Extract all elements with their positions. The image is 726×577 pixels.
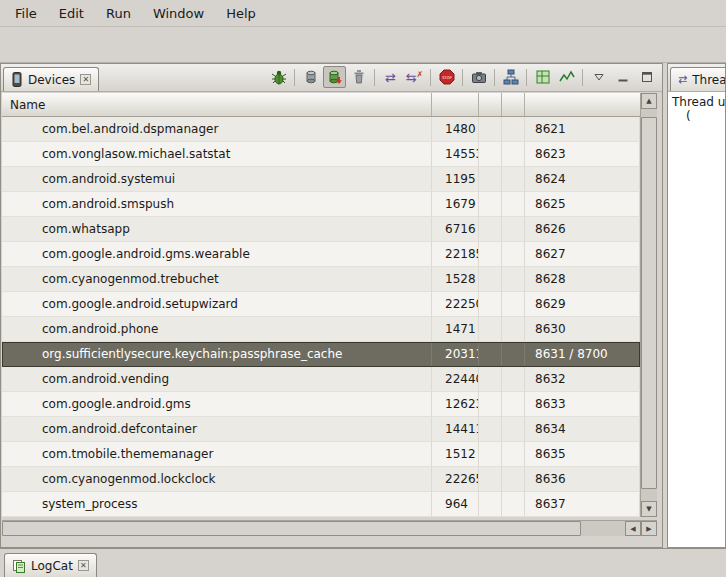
process-name: com.cyanogenmod.trebuchet [2, 267, 432, 292]
process-name: com.whatsapp [2, 217, 432, 242]
view-menu-button[interactable] [587, 66, 610, 88]
tab-logcat-close-icon[interactable]: ✕ [78, 560, 89, 571]
scroll-up-icon[interactable]: ▲ [641, 93, 657, 109]
vertical-scroll-track[interactable] [641, 109, 657, 501]
process-empty-cell [502, 492, 525, 517]
table-row[interactable]: com.google.android.setupwizard 22250 862… [2, 292, 640, 317]
menu-item[interactable]: Window [142, 0, 215, 26]
process-empty-cell [502, 192, 525, 217]
dump-hprof-button[interactable] [323, 66, 346, 88]
stop-process-button[interactable]: STOP [435, 66, 458, 88]
process-empty-cell [502, 392, 525, 417]
horizontal-scroll-track[interactable] [2, 521, 625, 536]
view-hierarchy-button[interactable] [499, 66, 522, 88]
process-port: 8631 / 8700 [525, 342, 640, 367]
horizontal-scrollbar[interactable]: ◀ ▶ [2, 520, 657, 536]
update-threads-icon: ⇄ [385, 71, 396, 84]
maximize-icon [640, 70, 654, 84]
stop-threads-icon: ⇆✗ [406, 71, 424, 84]
stop-threads-button[interactable]: ⇆✗ [403, 66, 426, 88]
table-row[interactable]: system_process 964 8637 [2, 492, 640, 517]
scroll-left-icon[interactable]: ◀ [625, 521, 641, 536]
process-empty-cell [502, 442, 525, 467]
process-name: com.google.android.setupwizard [2, 292, 432, 317]
method-profiling-button[interactable] [555, 66, 578, 88]
tab-logcat[interactable]: LogCat ✕ [4, 553, 97, 577]
process-empty-cell [502, 117, 525, 142]
process-empty-cell [502, 267, 525, 292]
process-port: 8628 [525, 267, 640, 292]
menu-item[interactable]: File [4, 0, 48, 26]
column-header-name[interactable]: Name [2, 93, 432, 116]
process-port: 8633 [525, 392, 640, 417]
menu-item[interactable]: Run [95, 0, 142, 26]
debug-icon [271, 69, 287, 85]
process-name: com.google.android.gms [2, 392, 432, 417]
table-row[interactable]: com.android.vending 22440 8632 [2, 367, 640, 392]
cause-gc-button[interactable] [347, 66, 370, 88]
table-row[interactable]: com.whatsapp 6716 8626 [2, 217, 640, 242]
process-port: 8625 [525, 192, 640, 217]
tab-devices[interactable]: Devices ✕ [3, 67, 99, 91]
tab-threads[interactable]: ⇄ Threads [670, 67, 725, 91]
column-header-pid[interactable] [432, 93, 479, 116]
tab-devices-close-icon[interactable]: ✕ [80, 74, 91, 85]
table-row[interactable]: com.vonglasow.michael.satstat 14553 8623 [2, 142, 640, 167]
table-row[interactable]: com.android.defcontainer 14411 8634 [2, 417, 640, 442]
menu-item[interactable]: Help [215, 0, 267, 26]
process-empty-cell [479, 142, 502, 167]
table-row[interactable]: org.sufficientlysecure.keychain:passphra… [2, 342, 640, 367]
devices-pane: Devices ✕ [0, 63, 663, 548]
vertical-scroll-thumb[interactable] [641, 117, 657, 489]
process-port: 8637 [525, 492, 640, 517]
device-icon [11, 72, 23, 87]
screen-capture-button[interactable] [467, 66, 490, 88]
column-header-empty-1[interactable] [479, 93, 502, 116]
process-port: 8636 [525, 467, 640, 492]
process-pid: 12623 [432, 392, 479, 417]
threads-pane-header: ⇄ Threads [668, 64, 725, 92]
process-port: 8632 [525, 367, 640, 392]
vertical-scrollbar[interactable]: ▲ ▼ [640, 93, 657, 517]
update-heap-button[interactable] [299, 66, 322, 88]
table-row[interactable]: com.tmobile.thememanager 1512 8635 [2, 442, 640, 467]
process-pid: 1679 [432, 192, 479, 217]
process-name: com.android.smspush [2, 192, 432, 217]
logcat-bar: LogCat ✕ [0, 548, 726, 577]
process-port: 8627 [525, 242, 640, 267]
table-row[interactable]: com.cyanogenmod.lockclock 22265 8636 [2, 467, 640, 492]
process-empty-cell [479, 192, 502, 217]
table-row[interactable]: com.google.android.gms 12623 8633 [2, 392, 640, 417]
table-row[interactable]: com.bel.android.dspmanager 1480 8621 [2, 117, 640, 142]
table-row[interactable]: com.android.systemui 1195 8624 [2, 167, 640, 192]
process-empty-cell [479, 442, 502, 467]
scroll-right-icon[interactable]: ▶ [641, 521, 657, 536]
process-empty-cell [479, 317, 502, 342]
toolbar-separator [462, 69, 463, 86]
table-row[interactable]: com.google.android.gms.wearable 22185 86… [2, 242, 640, 267]
menu-item[interactable]: Edit [48, 0, 95, 26]
process-pid: 14553 [432, 142, 479, 167]
process-empty-cell [502, 142, 525, 167]
threads-body: Thread up ( [668, 92, 725, 547]
capture-grid-button[interactable] [531, 66, 554, 88]
process-name: org.sufficientlysecure.keychain:passphra… [2, 342, 432, 367]
horizontal-scroll-thumb[interactable] [2, 521, 581, 536]
toolbar-separator [494, 69, 495, 86]
table-row[interactable]: com.cyanogenmod.trebuchet 1528 8628 [2, 267, 640, 292]
scroll-down-icon[interactable]: ▼ [641, 501, 657, 517]
process-pid: 14411 [432, 417, 479, 442]
update-threads-button[interactable]: ⇄ [379, 66, 402, 88]
process-port: 8630 [525, 317, 640, 342]
process-pid: 964 [432, 492, 479, 517]
minimize-button[interactable] [611, 66, 634, 88]
debug-process-button[interactable] [267, 66, 290, 88]
table-row[interactable]: com.android.smspush 1679 8625 [2, 192, 640, 217]
process-name: system_process [2, 492, 432, 517]
column-header-port[interactable] [525, 93, 640, 116]
logcat-icon [12, 559, 26, 573]
process-name: com.android.vending [2, 367, 432, 392]
column-header-empty-2[interactable] [502, 93, 525, 116]
maximize-button[interactable] [635, 66, 658, 88]
table-row[interactable]: com.android.phone 1471 8630 [2, 317, 640, 342]
